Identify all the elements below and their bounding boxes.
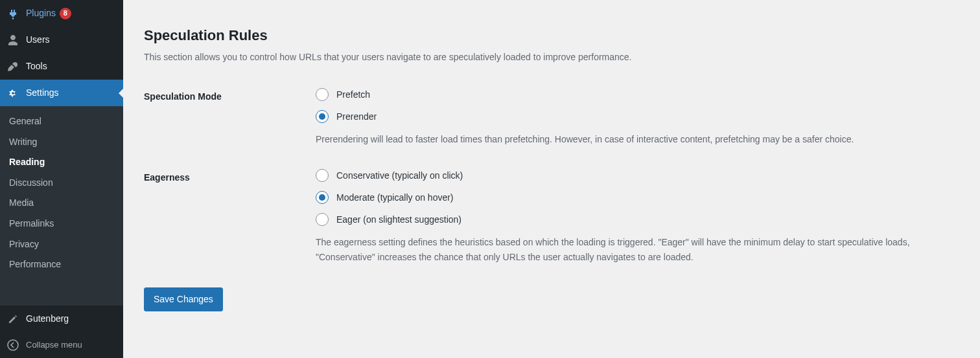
submenu-item-privacy[interactable]: Privacy: [0, 234, 123, 255]
submenu-item-reading[interactable]: Reading: [0, 152, 123, 173]
radio-label: Prerender: [336, 111, 377, 122]
page-intro: This section allows you to control how U…: [144, 50, 959, 64]
radio-label: Moderate (typically on hover): [336, 192, 454, 203]
submenu-item-permalinks[interactable]: Permalinks: [0, 214, 123, 234]
page-title: Speculation Rules: [144, 27, 959, 44]
admin-sidebar: Plugins 8 Users Tools Settings General W…: [0, 0, 123, 358]
collapse-icon: [6, 339, 19, 352]
submenu-item-writing[interactable]: Writing: [0, 132, 123, 153]
radio-eager[interactable]: [316, 213, 329, 226]
settings-form-table: Speculation Mode Prefetch Prerender Prer…: [144, 78, 959, 277]
settings-submenu: General Writing Reading Discussion Media…: [0, 106, 123, 280]
radio-prefetch[interactable]: [316, 88, 329, 101]
sidebar-item-label: Plugins: [26, 7, 56, 19]
tools-icon: [6, 60, 19, 73]
sidebar-item-gutenberg[interactable]: Gutenberg: [0, 306, 123, 332]
radio-conservative[interactable]: [316, 169, 329, 182]
radio-prerender[interactable]: [316, 110, 329, 123]
eagerness-label: Eagerness: [144, 159, 316, 277]
gutenberg-icon: [6, 313, 19, 326]
radio-moderate[interactable]: [316, 191, 329, 204]
save-changes-button[interactable]: Save Changes: [144, 287, 223, 311]
plugins-update-badge: 8: [60, 8, 71, 19]
settings-icon: [6, 87, 19, 100]
radio-label: Eager (on slightest suggestion): [336, 214, 461, 225]
svg-point-0: [8, 340, 18, 350]
sidebar-item-plugins[interactable]: Plugins 8: [0, 0, 123, 27]
mode-description: Prerendering will lead to faster load ti…: [316, 132, 938, 146]
users-icon: [6, 34, 19, 47]
submenu-item-performance[interactable]: Performance: [0, 254, 123, 275]
eagerness-description: The eagerness setting defines the heuris…: [316, 235, 938, 264]
submenu-item-media[interactable]: Media: [0, 193, 123, 214]
sidebar-item-users[interactable]: Users: [0, 27, 123, 53]
radio-row-eager[interactable]: Eager (on slightest suggestion): [316, 213, 953, 226]
radio-label: Conservative (typically on click): [336, 170, 463, 181]
radio-row-conservative[interactable]: Conservative (typically on click): [316, 169, 953, 182]
submenu-item-general[interactable]: General: [0, 111, 123, 132]
collapse-label: Collapse menu: [26, 340, 82, 351]
speculation-mode-label: Speculation Mode: [144, 78, 316, 159]
radio-row-moderate[interactable]: Moderate (typically on hover): [316, 191, 953, 204]
sidebar-item-tools[interactable]: Tools: [0, 53, 123, 80]
submenu-item-discussion[interactable]: Discussion: [0, 173, 123, 194]
sidebar-item-label: Tools: [26, 60, 47, 72]
radio-row-prerender[interactable]: Prerender: [316, 110, 953, 123]
radio-label: Prefetch: [336, 89, 370, 100]
main-content: Speculation Rules This section allows yo…: [123, 0, 980, 358]
collapse-menu-button[interactable]: Collapse menu: [0, 332, 123, 358]
sidebar-item-label: Settings: [26, 87, 59, 98]
sidebar-item-label: Gutenberg: [26, 313, 69, 324]
sidebar-item-settings[interactable]: Settings: [0, 80, 123, 106]
sidebar-item-label: Users: [26, 34, 50, 45]
plugins-icon: [6, 7, 19, 20]
radio-row-prefetch[interactable]: Prefetch: [316, 88, 953, 101]
